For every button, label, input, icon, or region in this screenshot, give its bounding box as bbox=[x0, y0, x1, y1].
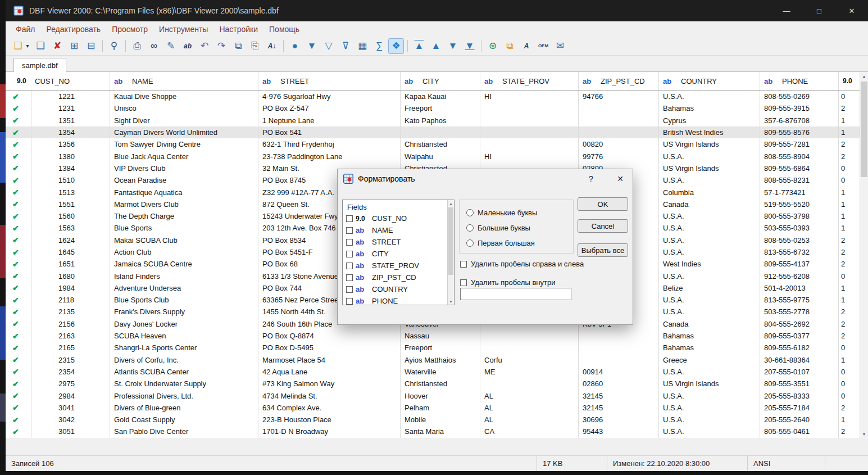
cell-phone[interactable]: 809-555-4137 bbox=[760, 258, 839, 270]
oem-charset-icon[interactable]: OEM bbox=[535, 38, 551, 54]
cell-name[interactable]: St. Croix Underwater Supply bbox=[110, 378, 258, 390]
cell-cust_no[interactable]: 1651 bbox=[31, 258, 110, 270]
cell-phone[interactable]: 808-555-0253 bbox=[760, 234, 839, 246]
cell-street[interactable]: 1 Neptune Lane bbox=[258, 115, 401, 126]
cell-zip_pst_cd[interactable] bbox=[579, 330, 659, 342]
column-header-phone[interactable]: abPHONE bbox=[760, 72, 839, 90]
format-icon[interactable]: ❖ bbox=[388, 38, 404, 54]
cell-zip_pst_cd[interactable] bbox=[579, 342, 659, 354]
cell-city[interactable]: Freeport bbox=[401, 102, 480, 114]
cell-street[interactable]: PO Box D-5495 bbox=[258, 342, 401, 354]
cell-name[interactable]: Adventure Undersea bbox=[110, 282, 258, 294]
cell-name[interactable]: Unisco bbox=[110, 102, 258, 114]
cell-zip_pst_cd[interactable]: 32145 bbox=[579, 390, 659, 401]
table-row[interactable]: ✔2354Atlantis SCUBA Center42 Aqua LaneWa… bbox=[6, 366, 868, 378]
cell-country[interactable]: Bahamas bbox=[659, 330, 760, 342]
cell-country[interactable]: U.S.A. bbox=[659, 150, 760, 162]
field-option-state_prov[interactable]: abSTATE_PROV bbox=[343, 260, 454, 272]
cell-cust_no[interactable]: 2315 bbox=[31, 354, 110, 366]
cell-cust_no[interactable]: 1384 bbox=[31, 162, 110, 174]
cell-phone[interactable]: 503-555-2778 bbox=[760, 306, 839, 318]
cell-phone[interactable]: 207-555-0107 bbox=[760, 366, 839, 378]
last-record-icon[interactable]: ▼ bbox=[462, 38, 478, 54]
cell-name[interactable]: Ocean Paradise bbox=[110, 174, 258, 186]
cell-phone[interactable]: 57-1-773421 bbox=[760, 186, 839, 198]
goto-record-icon[interactable]: ✎ bbox=[163, 38, 179, 54]
cell-name[interactable]: Makai SCUBA Club bbox=[110, 234, 258, 246]
search-icon[interactable]: ⚲ bbox=[106, 38, 122, 54]
cell-cust_no[interactable]: 2156 bbox=[31, 318, 110, 330]
cell-city[interactable]: Waipahu bbox=[401, 150, 480, 162]
cell-zip_pst_cd[interactable] bbox=[579, 102, 659, 114]
cell-country[interactable]: U.S.A. bbox=[659, 414, 760, 426]
cell-phone[interactable]: 809-555-0377 bbox=[760, 330, 839, 342]
vertical-scrollbar[interactable]: ▲ ▼ bbox=[860, 72, 868, 438]
column-header-name[interactable]: abNAME bbox=[110, 72, 258, 90]
cell-country[interactable]: U.S.A. bbox=[659, 91, 760, 102]
cell-city[interactable]: Hoover bbox=[401, 390, 480, 401]
table-row[interactable]: ✔3041Divers of Blue-green634 Complex Ave… bbox=[6, 402, 868, 414]
cell-name[interactable]: The Depth Charge bbox=[110, 210, 258, 222]
menu-item-settings[interactable]: Настройки bbox=[213, 23, 263, 35]
cell-cust_no[interactable]: 2165 bbox=[31, 342, 110, 354]
radio-circle-icon[interactable] bbox=[466, 224, 474, 232]
cell-zip_pst_cd[interactable]: 94766 bbox=[579, 91, 659, 102]
cell-phone[interactable]: 809-555-3551 bbox=[760, 378, 839, 390]
cell-city[interactable] bbox=[401, 126, 480, 138]
cell-cust_no[interactable]: 1551 bbox=[31, 198, 110, 210]
cell-name[interactable]: Tom Sawyer Diving Centre bbox=[110, 138, 258, 150]
menu-item-view[interactable]: Просмотр bbox=[106, 23, 153, 35]
cell-cust_no[interactable]: 1231 bbox=[31, 102, 110, 114]
cell-state_prov[interactable] bbox=[480, 126, 579, 138]
dialog-help-button[interactable]: ? bbox=[579, 169, 603, 188]
menu-item-help[interactable]: Помощь bbox=[263, 23, 305, 35]
format-text-input[interactable] bbox=[460, 288, 571, 300]
cancel-button[interactable]: Cancel bbox=[578, 219, 628, 233]
cell-state_prov[interactable] bbox=[480, 330, 579, 342]
cell-country[interactable]: Canada bbox=[659, 318, 760, 330]
comment-icon[interactable]: ● bbox=[287, 38, 303, 54]
cell-cust_no[interactable]: 1513 bbox=[31, 186, 110, 198]
cell-country[interactable]: West Indies bbox=[659, 258, 760, 270]
cell-phone[interactable]: 205-555-8333 bbox=[760, 390, 839, 401]
cell-name[interactable]: San Pablo Dive Center bbox=[110, 426, 258, 437]
cell-state_prov[interactable] bbox=[480, 115, 579, 126]
cell-country[interactable]: U.S.A. bbox=[659, 306, 760, 318]
cell-name[interactable]: Jamaica SCUBA Centre bbox=[110, 258, 258, 270]
table-row[interactable]: ✔2315Divers of Corfu, Inc.Marmoset Place… bbox=[6, 354, 868, 366]
field-option-name[interactable]: abNAME bbox=[343, 224, 454, 236]
cell-street[interactable]: PO Box Q-8874 bbox=[258, 330, 401, 342]
field-checkbox-icon[interactable] bbox=[346, 286, 353, 293]
cell-country[interactable]: Greece bbox=[659, 354, 760, 366]
cell-cust_no[interactable]: 1560 bbox=[31, 210, 110, 222]
cell-street[interactable]: #73 King Salmon Way bbox=[258, 378, 401, 390]
cell-phone[interactable]: 809-555-3915 bbox=[760, 102, 839, 114]
cell-city[interactable]: Waterville bbox=[401, 366, 480, 378]
cell-state_prov[interactable]: CA bbox=[480, 426, 579, 437]
field-option-zip_pst_cd[interactable]: abZIP_PST_CD bbox=[343, 272, 454, 283]
field-checkbox-icon[interactable] bbox=[346, 251, 353, 257]
field-option-phone[interactable]: abPHONE bbox=[343, 295, 454, 305]
cell-zip_pst_cd[interactable]: 00914 bbox=[579, 366, 659, 378]
fields-scrollbar-thumb[interactable] bbox=[448, 207, 453, 275]
fields-scroll-up-icon[interactable]: ▲ bbox=[448, 200, 454, 207]
cell-country[interactable]: Belize bbox=[659, 282, 760, 294]
cell-phone[interactable]: 808-555-8231 bbox=[760, 174, 839, 186]
dialog-close-button[interactable]: ✕ bbox=[608, 169, 633, 188]
cell-name[interactable]: Divers of Blue-green bbox=[110, 402, 258, 414]
cell-phone[interactable]: 205-555-2640 bbox=[760, 414, 839, 426]
cell-name[interactable]: Davy Jones' Locker bbox=[110, 318, 258, 330]
sum-icon[interactable]: ∑ bbox=[371, 38, 387, 54]
cell-zip_pst_cd[interactable] bbox=[579, 126, 659, 138]
cell-phone[interactable]: 809-555-6864 bbox=[760, 162, 839, 174]
sort-icon[interactable]: A↓ bbox=[264, 38, 280, 54]
field-checkbox-icon[interactable] bbox=[346, 227, 353, 234]
table-row[interactable]: ✔1354Cayman Divers World UnlimitedPO Box… bbox=[6, 126, 868, 138]
field-checkbox-icon[interactable] bbox=[346, 274, 353, 281]
table-row[interactable]: ✔2163SCUBA HeavenPO Box Q-8874NassauBaha… bbox=[6, 330, 868, 342]
table-row[interactable]: ✔2984Professional Divers, Ltd.4734 Melin… bbox=[6, 390, 868, 401]
cell-cust_no[interactable]: 1563 bbox=[31, 222, 110, 234]
first-record-icon[interactable]: ▲ bbox=[411, 38, 427, 54]
cell-country[interactable]: British West Indies bbox=[659, 126, 760, 138]
dialog-title-bar[interactable]: Форматировать ? ✕ bbox=[338, 169, 633, 188]
